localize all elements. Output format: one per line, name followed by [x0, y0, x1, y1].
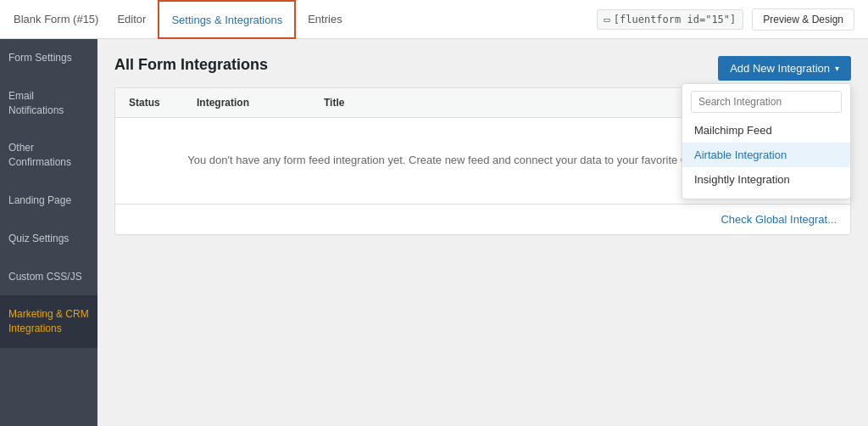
sidebar-item-custom-css[interactable]: Custom CSS/JS: [0, 258, 97, 296]
add-integration-button[interactable]: Add New Integration ▾: [718, 56, 851, 81]
integration-search-input[interactable]: [691, 91, 842, 113]
dropdown-item-airtable[interactable]: Airtable Integration: [682, 143, 850, 167]
sidebar-item-quiz-settings[interactable]: Quiz Settings: [0, 220, 97, 258]
tab-editor[interactable]: Editor: [105, 0, 158, 39]
integration-dropdown: Mailchimp Feed Airtable Integration Insi…: [682, 83, 851, 199]
form-title: Blank Form (#15): [14, 13, 98, 25]
layout: Form Settings Email Notifications Other …: [0, 39, 868, 426]
shortcode-icon: ▭: [604, 14, 610, 25]
preview-design-button[interactable]: Preview & Design: [752, 8, 854, 31]
sidebar-item-landing-page[interactable]: Landing Page: [0, 182, 97, 220]
check-global-link[interactable]: Check Global Integrat...: [721, 213, 837, 226]
dropdown-item-insightly[interactable]: Insightly Integration: [682, 167, 850, 192]
sidebar-item-form-settings[interactable]: Form Settings: [0, 39, 97, 77]
tab-entries[interactable]: Entries: [296, 0, 353, 39]
add-integration-label: Add New Integration: [730, 62, 830, 75]
sidebar: Form Settings Email Notifications Other …: [0, 39, 97, 426]
column-status: Status: [129, 97, 197, 109]
shortcode-badge: ▭[fluentform id="15"]: [597, 9, 744, 30]
main-content: All Form Integrations Add New Integratio…: [97, 39, 868, 426]
column-integration: Integration: [197, 97, 324, 109]
sidebar-item-marketing-crm[interactable]: Marketing & CRM Integrations: [0, 295, 97, 348]
sidebar-item-other-confirmations[interactable]: Other Confirmations: [0, 129, 97, 182]
sidebar-item-email-notifications[interactable]: Email Notifications: [0, 77, 97, 130]
top-nav: Blank Form (#15) Editor Settings & Integ…: [0, 0, 868, 39]
dropdown-item-mailchimp[interactable]: Mailchimp Feed: [682, 118, 850, 143]
shortcode-value: [fluentform id="15"]: [614, 14, 737, 25]
chevron-down-icon: ▾: [835, 64, 839, 73]
top-nav-right: ▭[fluentform id="15"] Preview & Design: [597, 8, 854, 31]
tab-settings[interactable]: Settings & Integrations: [158, 0, 296, 39]
table-footer: Check Global Integrat...: [115, 204, 850, 234]
